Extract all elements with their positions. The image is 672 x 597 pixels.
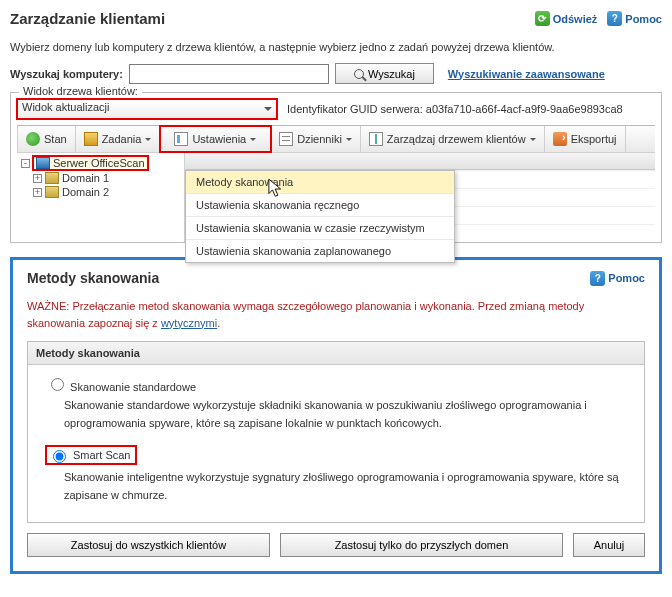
option-smart-desc: Skanowanie inteligentne wykorzystuje syg… [64, 469, 626, 504]
tree-column: - Serwer OfficeScan + Domain 1 + Domain … [17, 153, 185, 242]
scan-methods-panel: Metody skanowania ? Pomoc WAŻNE: Przełąc… [10, 257, 662, 574]
tasks-icon [84, 132, 98, 146]
help-icon: ? [607, 11, 622, 26]
settings-menu: Metody skanowania Ustawienia skanowania … [185, 170, 455, 263]
view-select[interactable]: Widok aktualizacji [17, 99, 277, 119]
menu-scheduled-scan[interactable]: Ustawienia skanowania zaplanowanego [186, 240, 454, 262]
server-guid: Identyfikator GUID serwera: a03fa710-a66… [287, 103, 623, 115]
expand-icon[interactable]: - [21, 159, 30, 168]
toolbar-logs[interactable]: Dzienniki [271, 126, 361, 152]
toolbar: Stan Zadania Ustawienia Dzienniki Zarząd… [17, 125, 655, 153]
button-row: Zastosuj do wszystkich klientów Zastosuj… [27, 533, 645, 557]
warning-label: WAŻNE: [27, 300, 69, 312]
toolbar-status-label: Stan [44, 133, 67, 145]
option-smart-label: Smart Scan [73, 449, 130, 461]
group-title: Metody skanowania [28, 342, 644, 365]
page-title: Zarządzanie klientami [10, 10, 165, 27]
expand-icon[interactable]: + [33, 188, 42, 197]
tree-domain-2-label: Domain 2 [62, 186, 109, 198]
toolbar-status[interactable]: Stan [17, 126, 76, 152]
option-smart[interactable]: Smart Scan [46, 446, 626, 465]
grid-header [185, 153, 655, 170]
option-standard-desc: Skanowanie standardowe wykorzystuje skła… [64, 397, 626, 432]
domain-icon [45, 186, 59, 198]
refresh-icon: ⟳ [535, 11, 550, 26]
menu-manual-scan[interactable]: Ustawienia skanowania ręcznego [186, 194, 454, 217]
chevron-down-icon [145, 138, 151, 144]
tree-icon [369, 132, 383, 146]
search-input[interactable] [129, 64, 329, 84]
tree-domain-1-label: Domain 1 [62, 172, 109, 184]
toolbar-manage-tree[interactable]: Zarządzaj drzewem klientów [361, 126, 545, 152]
panel-help-label: Pomoc [608, 272, 645, 284]
help-icon: ? [590, 271, 605, 286]
tree-view-label: Widok drzewa klientów: [19, 85, 142, 97]
toolbar-export[interactable]: Eksportuj [545, 126, 626, 152]
server-icon [36, 157, 50, 169]
grid-column: Metody skanowania Ustawienia skanowania … [185, 153, 655, 242]
header-links: ⟳ Odśwież ? Pomoc [535, 11, 662, 26]
search-button-label: Wyszukaj [368, 68, 415, 80]
apply-all-button[interactable]: Zastosuj do wszystkich klientów [27, 533, 270, 557]
settings-icon [174, 132, 188, 146]
panel-help-button[interactable]: ? Pomoc [590, 271, 645, 286]
radio-standard[interactable] [51, 378, 64, 391]
search-button[interactable]: Wyszukaj [335, 63, 434, 84]
client-tree-panel: Widok drzewa klientów: Widok aktualizacj… [10, 92, 662, 243]
logs-icon [279, 132, 293, 146]
menu-scan-methods-label: Metody skanowania [196, 176, 293, 188]
domain-icon [45, 172, 59, 184]
toolbar-manage-tree-label: Zarządzaj drzewem klientów [387, 133, 526, 145]
cancel-button[interactable]: Anuluj [573, 533, 645, 557]
expand-icon[interactable]: + [33, 174, 42, 183]
search-icon [354, 69, 364, 79]
scan-methods-group: Metody skanowania Skanowanie standardowe… [27, 341, 645, 523]
advanced-search-link[interactable]: Wyszukiwanie zaawansowane [448, 68, 605, 80]
export-icon [553, 132, 567, 146]
toolbar-tasks-label: Zadania [102, 133, 142, 145]
instruction-text: Wybierz domeny lub komputery z drzewa kl… [10, 41, 662, 53]
toolbar-settings[interactable]: Ustawienia [160, 126, 271, 152]
option-standard-label: Skanowanie standardowe [70, 381, 196, 393]
menu-scan-methods[interactable]: Metody skanowania [186, 171, 454, 194]
toolbar-logs-label: Dzienniki [297, 133, 342, 145]
warning-body: Przełączanie metod skanowania wymaga szc… [27, 300, 584, 329]
help-label: Pomoc [625, 13, 662, 25]
refresh-label: Odśwież [553, 13, 598, 25]
refresh-button[interactable]: ⟳ Odśwież [535, 11, 598, 26]
tree-root-label: Serwer OfficeScan [53, 157, 145, 169]
guidelines-link[interactable]: wytycznymi [161, 317, 217, 329]
guid-label: Identyfikator GUID serwera: [287, 103, 423, 115]
warning-text: WAŻNE: Przełączanie metod skanowania wym… [27, 298, 645, 331]
menu-realtime-scan[interactable]: Ustawienia skanowania w czasie rzeczywis… [186, 217, 454, 240]
toolbar-tasks[interactable]: Zadania [76, 126, 161, 152]
tree-domain-2[interactable]: + Domain 2 [17, 185, 184, 199]
option-standard[interactable]: Skanowanie standardowe [46, 375, 626, 393]
help-button[interactable]: ? Pomoc [607, 11, 662, 26]
status-icon [26, 132, 40, 146]
chevron-down-icon [346, 138, 352, 144]
radio-smart[interactable] [53, 450, 66, 463]
panel-title: Metody skanowania [27, 270, 159, 286]
toolbar-export-label: Eksportuj [571, 133, 617, 145]
tree-root[interactable]: - Serwer OfficeScan [17, 155, 184, 171]
chevron-down-icon [250, 138, 256, 144]
chevron-down-icon [530, 138, 536, 144]
guid-value: a03fa710-a66f-4acf-a9f9-9aa6e9893ca8 [426, 103, 623, 115]
apply-future-button[interactable]: Zastosuj tylko do przyszłych domen [280, 533, 563, 557]
search-label: Wyszukaj komputery: [10, 68, 123, 80]
tree-domain-1[interactable]: + Domain 1 [17, 171, 184, 185]
toolbar-settings-label: Ustawienia [192, 133, 246, 145]
